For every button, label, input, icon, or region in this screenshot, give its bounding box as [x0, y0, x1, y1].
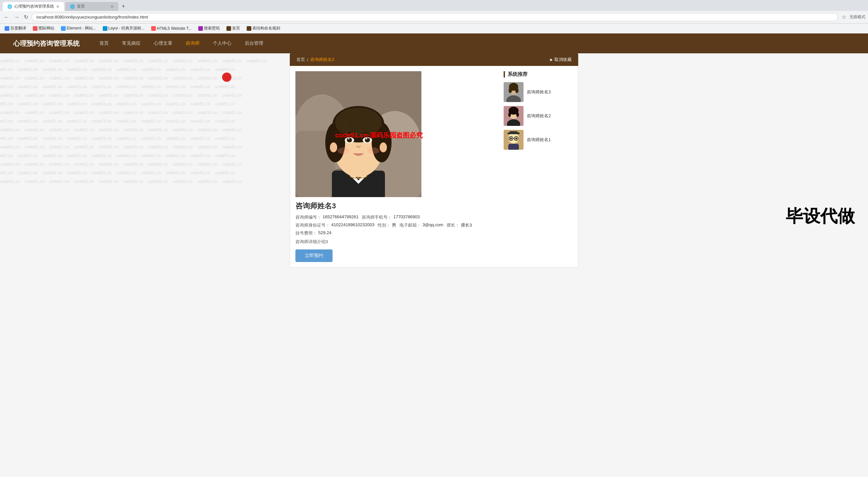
sidebar-title: 系统推荐 [504, 71, 572, 77]
browser-chrome: 🌐 心理预约咨询管理系统 ✕ 🌐 首页 ✕ + [0, 0, 868, 11]
consultant-name: 咨询师姓名3 [296, 201, 486, 211]
nav-menu: 首页 常见病症 心理文章 咨询师 个人中心 后台管理 [93, 34, 270, 52]
app-logo: 心理预约咨询管理系统 [13, 39, 80, 48]
svg-point-20 [348, 138, 349, 139]
forward-btn[interactable]: → [12, 13, 21, 21]
inactive-tab[interactable]: 🌐 首页 ✕ [65, 2, 118, 11]
recommend-item-3[interactable]: 咨询师姓名3 [504, 82, 572, 102]
svg-point-27 [367, 147, 379, 154]
recommend-name-3: 咨询师姓名3 [527, 89, 551, 95]
refresh-btn[interactable]: ↻ [23, 13, 30, 21]
recommend-item-2[interactable]: 咨询师姓名2 [504, 106, 572, 126]
consultant-info: 咨询师姓名3 咨询师编号： 165276644799261 咨询师手机号： 17… [296, 201, 486, 262]
breadcrumb-sep: / [307, 57, 308, 62]
nav-home[interactable]: 首页 [93, 34, 115, 52]
recommend-avatar-3 [504, 82, 524, 102]
back-btn[interactable]: ← [3, 13, 10, 21]
left-content: code51.cn-源码乐园盗图必究 咨询师姓名3 咨询师编号： 1652766… [290, 66, 492, 267]
bookmark-icon [5, 26, 9, 31]
gender-value: 男 [392, 222, 396, 228]
tab2-label: 首页 [77, 4, 85, 9]
cursor-indicator [222, 73, 231, 82]
bookmarks-bar: 百度翻译 图际网站 Element - 网站... Layui - 经典开源框.… [0, 24, 868, 33]
content-wrapper: 首页 / 咨询师姓名3 ★ 取消收藏 [290, 53, 578, 268]
nav-diseases[interactable]: 常见病症 [115, 34, 147, 52]
svg-point-46 [510, 137, 512, 139]
recommend-avatar-1 [504, 130, 524, 150]
specialty-label: 擅长： [446, 222, 460, 228]
breadcrumb-bar: 首页 / 咨询师姓名3 ★ 取消收藏 [290, 53, 578, 66]
recommend-avatar-2 [504, 106, 524, 126]
info-row-2: 咨询师身份证号： 410224199610232003 性别： 男 电子邮箱： … [296, 222, 486, 228]
bookmark-icon [226, 26, 231, 31]
recommend-item-1[interactable]: 咨询师姓名1 [504, 130, 572, 150]
bookmark-icon [151, 26, 156, 31]
consultant-portrait-svg [296, 71, 422, 197]
bookmark-tuji[interactable]: 图际网站 [31, 25, 56, 32]
info-row-1: 咨询师编号： 165276644799261 咨询师手机号： 177037869… [296, 214, 486, 220]
nav-consultants[interactable]: 咨询师 [179, 34, 206, 52]
specialty-value: 擅长3 [461, 222, 472, 228]
svg-point-33 [515, 88, 519, 93]
address-bar[interactable]: localhost:8080/xinliyuyuezixunguanlixito… [31, 13, 838, 21]
breadcrumb-home-link[interactable]: 首页 [297, 57, 305, 63]
svg-point-24 [366, 138, 367, 139]
bookmark-baidu[interactable]: 百度翻译 [3, 25, 28, 32]
id-value: 165276644799261 [322, 214, 359, 220]
info-idcard: 咨询师身份证号： 410224199610232003 [296, 222, 374, 228]
info-id: 咨询师编号： 165276644799261 [296, 214, 359, 220]
info-row-3: 挂号费用： 529.24 [296, 230, 486, 236]
bookmark-icon [247, 26, 251, 31]
svg-point-16 [380, 142, 387, 152]
address-bar-row: ← → ↻ localhost:8080/xinliyuyuezixunguan… [0, 11, 868, 24]
bookmark-element[interactable]: Element - 网站... [59, 25, 98, 32]
bookmark-icon [33, 26, 37, 31]
idcard-label: 咨询师身份证号： [296, 222, 330, 228]
bookmark-wallpaper[interactable]: 搜索壁纸 [196, 25, 222, 32]
bookmark-home[interactable]: 首页 [224, 25, 242, 32]
svg-rect-49 [508, 144, 519, 150]
info-specialty: 擅长： 擅长3 [446, 222, 472, 228]
svg-point-47 [515, 137, 517, 139]
page-wrapper: 心理预约咨询管理系统 首页 常见病症 心理文章 咨询师 个人中心 后台管理 co… [0, 33, 868, 268]
new-tab-btn[interactable]: + [120, 2, 127, 10]
bookmark-table-rules[interactable]: 表结构命名规则 [245, 25, 282, 32]
svg-point-15 [330, 142, 337, 152]
tab-bar: 🌐 心理预约咨询管理系统 ✕ 🌐 首页 ✕ + [3, 2, 865, 11]
info-gender: 性别： 男 [378, 222, 396, 228]
bookmark-html5[interactable]: HTML5 Website T... [149, 26, 194, 31]
star-btn[interactable]: ☆ [840, 13, 847, 21]
bookmark-icon [61, 26, 66, 31]
svg-rect-43 [509, 131, 518, 134]
tab2-close-btn[interactable]: ✕ [111, 4, 114, 9]
svg-point-26 [338, 147, 349, 154]
svg-point-37 [508, 112, 511, 117]
phone-value: 17703786903 [393, 214, 420, 220]
tab-close-btn[interactable]: ✕ [56, 4, 59, 9]
consultant-image [296, 71, 422, 197]
fee-value: 529.24 [318, 230, 332, 236]
gender-label: 性别： [378, 222, 391, 228]
user-label: 无痕模式 [849, 14, 865, 20]
active-tab[interactable]: 🌐 心理预约咨询管理系统 ✕ [3, 2, 64, 11]
bookmark-layui[interactable]: Layui - 经典开源框... [101, 25, 147, 32]
favorite-label: 取消收藏 [554, 57, 571, 63]
book-btn[interactable]: 立即预约 [296, 249, 333, 262]
info-fee: 挂号费用： 529.24 [296, 230, 332, 236]
svg-point-38 [516, 112, 519, 117]
nav-personal[interactable]: 个人中心 [206, 34, 238, 52]
email-value: 3@qq.com [423, 222, 443, 228]
breadcrumb: 首页 / 咨询师姓名3 [297, 57, 334, 63]
nav-articles[interactable]: 心理文章 [147, 34, 179, 52]
favorite-btn[interactable]: ★ 取消收藏 [549, 57, 571, 63]
svg-point-14 [335, 108, 382, 137]
svg-point-32 [508, 88, 512, 93]
email-label: 电子邮箱： [400, 222, 421, 228]
bookmark-icon [198, 26, 203, 31]
main-layout: code51.cn-源码乐园盗图必究 咨询师姓名3 咨询师编号： 1652766… [290, 66, 578, 268]
tab-label: 心理预约咨询管理系统 [14, 4, 54, 9]
right-sidebar: 系统推荐 咨询 [498, 66, 578, 267]
breadcrumb-current: 咨询师姓名3 [310, 57, 334, 63]
nav-admin[interactable]: 后台管理 [238, 34, 270, 52]
idcard-value: 410224199610232003 [331, 222, 374, 228]
